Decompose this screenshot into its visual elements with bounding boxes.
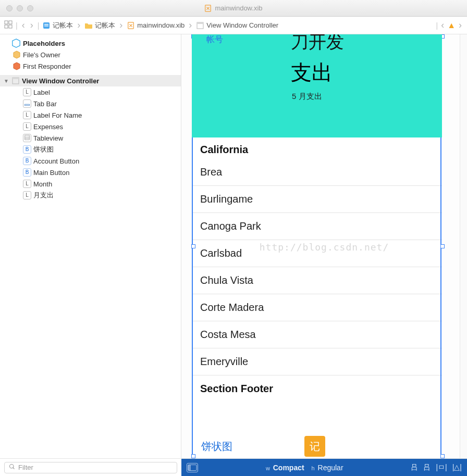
outline-item-label: Label <box>33 89 50 96</box>
table-row[interactable]: Canoga Park <box>192 213 442 240</box>
outline-item[interactable]: LMonth <box>0 178 181 190</box>
outline-item[interactable]: LLabel For Name <box>0 109 181 121</box>
svg-rect-4 <box>9 25 12 28</box>
sizeclass-w-value: Compact <box>273 464 304 472</box>
tab-bar: 饼状图 记 <box>192 434 442 458</box>
breadcrumb-item-file[interactable]: mainwindow.xib <box>127 21 185 30</box>
svg-rect-23 <box>188 465 191 470</box>
pin-tool-icon[interactable]: |ㅁ| <box>436 463 447 472</box>
tableview[interactable]: California BreaBurlingameCanoga ParkCarl… <box>192 137 442 434</box>
view-type-icon <box>23 134 31 142</box>
svg-rect-2 <box>9 21 12 24</box>
stack-tool-icon[interactable]: 吕 <box>411 463 418 472</box>
files-owner-label: File's Owner <box>23 51 60 59</box>
svg-point-16 <box>28 105 29 106</box>
breadcrumb-label: mainwindow.xib <box>137 21 185 29</box>
record-button[interactable]: 记 <box>304 436 325 457</box>
align-tool-icon[interactable]: 吕 <box>423 463 431 472</box>
canvas-bottom-bar: w Compact h Regular 吕 吕 |ㅁ| |△| <box>181 459 467 476</box>
separator: | <box>16 21 18 30</box>
disclosure-triangle-icon[interactable]: ▼ <box>3 78 9 84</box>
breadcrumb-item-project[interactable]: 记帐本 <box>42 21 73 30</box>
outline-item[interactable]: Tab Bar <box>0 98 181 109</box>
size-class-control[interactable]: w Compact h Regular <box>203 464 405 472</box>
svg-rect-3 <box>5 25 8 28</box>
table-row[interactable]: Costa Mesa <box>192 321 442 348</box>
related-items-icon[interactable] <box>4 20 13 30</box>
sizeclass-w-label: w <box>266 465 270 471</box>
svg-line-21 <box>13 468 15 469</box>
month-text: 月支出 <box>296 92 322 101</box>
outline-item-label: Month <box>33 180 52 188</box>
nav-forward-button[interactable]: › <box>29 20 34 31</box>
resolve-tool-icon[interactable]: |△| <box>452 463 462 472</box>
table-section-footer: Section Footer <box>192 375 442 398</box>
label-type-icon: L <box>23 180 31 188</box>
svg-rect-17 <box>25 135 30 140</box>
toggle-outline-button[interactable] <box>187 463 198 472</box>
table-row[interactable]: Emeryville <box>192 348 442 375</box>
breadcrumb-label: View Window Controller <box>206 21 278 29</box>
breadcrumb-item-viewcontroller[interactable]: View Window Controller <box>196 21 278 30</box>
outline-filter-input[interactable]: Filter <box>4 462 177 473</box>
placeholders-icon <box>11 39 21 48</box>
sizeclass-h-label: h <box>312 465 315 471</box>
breadcrumb-item-folder[interactable]: 记帐本 <box>84 21 115 30</box>
nav-forward-secondary-button[interactable]: › <box>458 20 463 31</box>
first-responder-icon <box>13 62 21 70</box>
folder-icon <box>84 21 93 30</box>
vc-title: View Window Controller <box>22 77 99 85</box>
viewcontroller-icon <box>196 21 204 30</box>
outline-item[interactable]: LExpenses <box>0 121 181 132</box>
table-row[interactable]: Carlsbad <box>192 240 442 267</box>
button-type-icon: B <box>23 145 31 154</box>
heading1-label: 刀开发 <box>291 34 344 54</box>
outline-item-label: Account Button <box>33 157 79 165</box>
document-outline: Placeholders File's Owner First Responde… <box>0 34 181 458</box>
outline-item[interactable]: BMain Button <box>0 167 181 178</box>
label-type-icon: L <box>23 88 31 96</box>
files-owner-item[interactable]: File's Owner <box>0 49 181 60</box>
chevron-right-icon: › <box>118 20 124 31</box>
svg-rect-6 <box>44 24 48 25</box>
interface-builder-canvas[interactable]: 帐号 刀开发 支出 5 月支出 California BreaBurlingam… <box>181 34 467 458</box>
outline-item[interactable]: BAccount Button <box>0 155 181 167</box>
outline-item[interactable]: LLabel <box>0 86 181 98</box>
xib-icon <box>204 5 212 12</box>
account-button[interactable]: 帐号 <box>206 34 223 45</box>
window-titlebar: mainwindow.xib <box>0 0 467 17</box>
jump-bar: | ‹ › | 记帐本 › 记帐本 › mainwindow.xib › Vie… <box>0 17 467 34</box>
outline-item-label: Main Button <box>33 169 69 177</box>
files-owner-icon <box>13 51 21 59</box>
outline-item[interactable]: Tableview <box>0 132 181 144</box>
first-responder-item[interactable]: First Responder <box>0 60 181 72</box>
svg-point-15 <box>27 105 28 106</box>
table-row[interactable]: Burlingame <box>192 186 442 213</box>
table-row[interactable]: Brea <box>192 159 442 186</box>
svg-rect-7 <box>44 26 48 27</box>
placeholders-title: Placeholders <box>23 40 65 47</box>
outline-item[interactable]: B饼状图 <box>0 144 181 155</box>
view-window-controller-item[interactable]: ▼ View Window Controller <box>0 75 181 86</box>
table-row[interactable]: Chula Vista <box>192 267 442 294</box>
warning-icon[interactable]: ▲ <box>447 21 456 30</box>
table-row[interactable]: Corte Madera <box>192 294 442 321</box>
device-frame: 帐号 刀开发 支出 5 月支出 California BreaBurlingam… <box>192 34 442 458</box>
heading2-label: 支出 <box>291 58 333 87</box>
svg-rect-1 <box>5 21 8 24</box>
outline-item[interactable]: L月支出 <box>0 190 181 201</box>
viewcontroller-icon <box>11 77 20 85</box>
chevron-right-icon: › <box>188 20 193 31</box>
window-title: mainwindow.xib <box>0 4 467 12</box>
placeholders-section[interactable]: Placeholders <box>0 37 181 49</box>
bottom-bar: Filter w Compact h Regular 吕 吕 |ㅁ| |△| <box>0 458 467 476</box>
outline-item-label: 月支出 <box>33 191 54 200</box>
pie-chart-button[interactable]: 饼状图 <box>201 440 232 454</box>
outline-body[interactable]: Placeholders File's Owner First Responde… <box>0 34 181 458</box>
nav-back-button[interactable]: ‹ <box>21 20 26 31</box>
canvas-scrollbar[interactable] <box>460 34 467 458</box>
root-view[interactable]: 帐号 刀开发 支出 5 月支出 California BreaBurlingam… <box>192 34 442 458</box>
label-type-icon: L <box>23 111 31 119</box>
nav-back-secondary-button[interactable]: ‹ <box>440 20 445 31</box>
project-icon <box>42 21 51 30</box>
